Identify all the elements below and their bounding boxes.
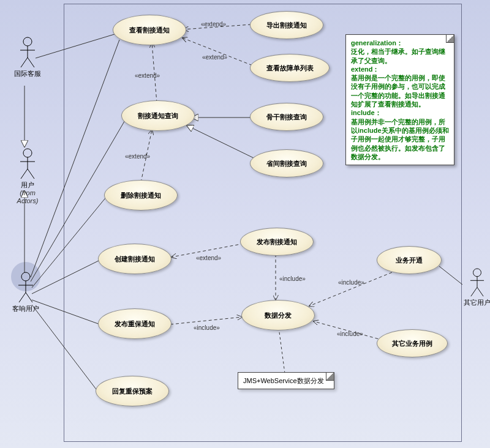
note-g-body2: 基用例是一个完整的用例，即使没有子用例的参与，也可以完成一个完整的功能。如导出割…: [351, 73, 449, 108]
uc-fault-label: 查看故障单列表: [266, 64, 314, 73]
plainnote-fold-icon: [326, 373, 334, 381]
ext-lbl-1: «extend»: [201, 21, 226, 28]
uc-pub-zb: 发布重保通知: [98, 308, 172, 339]
note-g-title1: generalization：: [351, 39, 449, 47]
svg-point-32: [21, 272, 30, 281]
ext-lbl-3: «extend»: [135, 72, 160, 79]
actor-kx-label: 客响用户: [7, 305, 44, 313]
plain-note-text: JMS+WebService数据分发: [243, 377, 324, 384]
svg-line-25: [21, 58, 28, 67]
actor-user-sublabel: (from Actors): [9, 189, 46, 205]
inc-lbl-3: «include»: [194, 324, 220, 331]
svg-line-40: [471, 287, 477, 296]
ext-lbl-4: «extend»: [125, 153, 150, 160]
actor-other: 其它用户: [463, 268, 490, 307]
uc-prov-label: 省间割接查询: [266, 159, 307, 168]
svg-line-36: [26, 293, 32, 302]
uc-view: 查看割接通知: [113, 15, 186, 45]
actor-intl: 国际客服: [12, 37, 43, 78]
uc-other-biz: 其它业务用例: [377, 329, 448, 357]
uc-query-label: 割接通知查询: [138, 111, 178, 121]
uc-backbone: 骨干割接查询: [250, 103, 323, 131]
svg-point-27: [23, 149, 32, 157]
uc-pubzb-label: 发布重保通知: [115, 319, 155, 329]
uc-dist-label: 数据分发: [265, 311, 292, 320]
uc-create: 创建割接通知: [98, 244, 172, 274]
uc-query: 割接通知查询: [121, 100, 195, 131]
uc-export: 导出割接通知: [250, 11, 323, 39]
uc-delete: 删除割接通知: [104, 180, 178, 211]
svg-line-41: [477, 287, 483, 296]
uc-create-label: 创建割接通知: [115, 255, 155, 264]
ext-lbl-2: «extend»: [202, 54, 227, 61]
uc-prov: 省间割接查询: [250, 149, 323, 177]
uc-biz-open: 业务开通: [377, 246, 442, 274]
uc-publish-label: 发布割接通知: [257, 237, 297, 247]
note-g-body3: 基用例并非一个完整的用例，所以include关系中的基用例必须和子用例一起使用才…: [351, 118, 449, 161]
actor-user: 用户 (from Actors): [9, 148, 46, 206]
svg-point-22: [23, 37, 32, 46]
actor-other-label: 其它用户: [463, 299, 490, 307]
green-note: generalization： 泛化，相当于继承。如子查询继承了父查询。 ext…: [345, 34, 454, 165]
actor-intl-label: 国际客服: [12, 70, 43, 78]
note-g-body1: 泛化，相当于继承。如子查询继承了父查询。: [351, 47, 449, 65]
uc-reply: 回复重保预案: [96, 376, 169, 406]
uc-reply-label: 回复重保预案: [112, 387, 153, 396]
plain-note: JMS+WebService数据分发: [238, 372, 334, 389]
svg-line-26: [28, 58, 34, 67]
uc-publish: 发布割接通知: [240, 228, 314, 256]
uc-delete-label: 删除割接通知: [121, 191, 161, 200]
uc-view-label: 查看割接通知: [129, 26, 170, 35]
ext-lbl-5: «extend»: [196, 255, 221, 261]
note-g-title3: include：: [351, 108, 449, 117]
actor-kx: 客响用户: [7, 272, 44, 313]
actor-user-label: 用户: [9, 181, 46, 189]
svg-line-35: [19, 293, 26, 302]
note-g-title2: extend：: [351, 65, 449, 73]
uc-bizopen-label: 业务开通: [396, 256, 423, 265]
uc-dist: 数据分发: [241, 300, 315, 330]
note-fold-icon: [446, 35, 454, 43]
inc-lbl-2: «include»: [338, 279, 364, 286]
uc-backbone-label: 骨干割接查询: [266, 113, 307, 122]
uc-otherbiz-label: 其它业务用例: [392, 339, 432, 348]
svg-line-31: [28, 169, 34, 179]
uc-fault: 查看故障单列表: [250, 54, 330, 82]
inc-lbl-4: «include»: [337, 330, 363, 337]
svg-point-37: [473, 269, 481, 277]
inc-lbl-1: «include»: [279, 275, 306, 282]
uc-export-label: 导出割接通知: [266, 21, 307, 30]
svg-line-30: [21, 169, 28, 179]
